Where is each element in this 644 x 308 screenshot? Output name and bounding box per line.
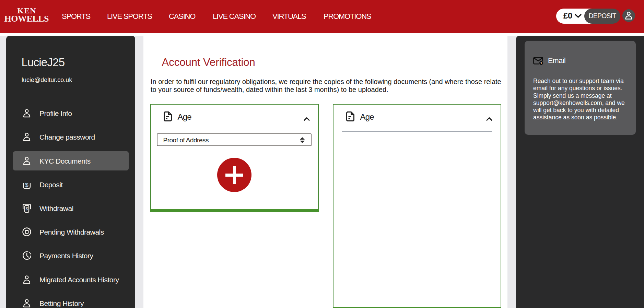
svg-text:1: 1 (540, 61, 542, 65)
svg-text:$: $ (25, 182, 28, 188)
svg-text:$: $ (25, 206, 28, 211)
